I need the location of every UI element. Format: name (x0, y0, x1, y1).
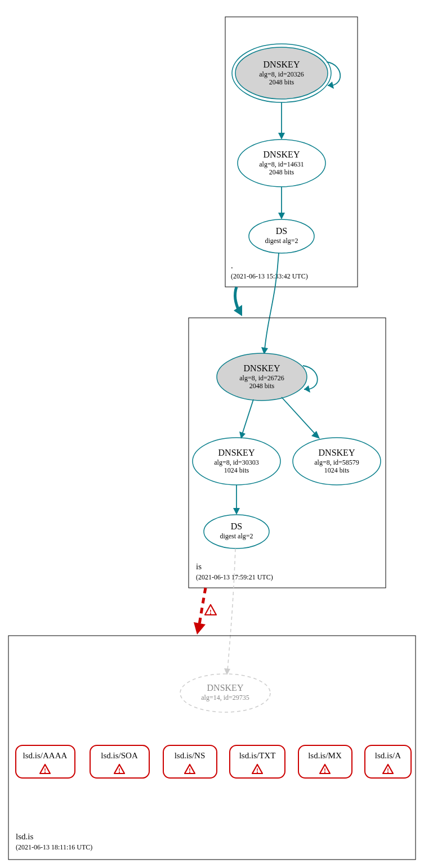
node-line1: alg=8, id=20326 (259, 70, 304, 78)
node-line1: alg=8, id=14631 (259, 160, 304, 168)
svg-text:!: ! (256, 767, 258, 775)
node-line1: alg=8, id=30303 (214, 458, 259, 466)
rrset-mx: lsd.is/MX ! (298, 745, 352, 778)
edge-is-ds-lsdis-dnskey (224, 548, 235, 675)
zone-time-lsdis: (2021-06-13 18:11:16 UTC) (16, 843, 92, 851)
zone-label-is: is (196, 562, 202, 571)
svg-marker-5 (278, 133, 285, 140)
node-root-ksk: DNSKEY alg=8, id=20326 2048 bits (232, 44, 340, 102)
rrset-soa: lsd.is/SOA ! (90, 745, 149, 778)
edge-root-ds-is-ksk (261, 253, 279, 354)
dnssec-graph: DNSKEY alg=8, id=20326 2048 bits DNSKEY … (0, 0, 424, 868)
svg-text:!: ! (209, 608, 212, 616)
node-is-ksk: DNSKEY alg=8, id=26726 2048 bits (217, 353, 318, 401)
node-title: DS (276, 226, 287, 236)
svg-text:!: ! (324, 767, 326, 775)
node-root-ds: DS digest alg=2 (249, 219, 314, 253)
node-lsdis-dnskey: DNSKEY alg=14, id=29735 (180, 674, 270, 712)
svg-marker-17 (194, 622, 206, 635)
svg-point-21 (180, 674, 270, 712)
svg-text:!: ! (189, 767, 191, 775)
svg-marker-16 (233, 508, 240, 515)
warning-icon: ! (205, 605, 216, 616)
node-line1: alg=8, id=26726 (239, 374, 284, 382)
rr-label: lsd.is/TXT (239, 751, 276, 760)
zone-label-lsdis: lsd.is (16, 832, 33, 841)
edge-is-zsk1-ds (233, 485, 240, 515)
edge-is-to-lsdis-zone-error: ! (194, 588, 216, 635)
svg-text:!: ! (44, 767, 46, 775)
node-line2: 2048 bits (249, 382, 275, 390)
node-title: DNSKEY (264, 60, 300, 69)
rrset-ns: lsd.is/NS ! (163, 745, 217, 778)
zone-label-root: . (231, 261, 233, 270)
node-line1: alg=8, id=58579 (314, 458, 359, 466)
node-line2: 2048 bits (269, 168, 294, 176)
svg-marker-15 (311, 431, 320, 439)
node-line2: 2048 bits (269, 78, 294, 86)
rr-label: lsd.is/NS (175, 751, 206, 760)
edge-root-to-is-zone (234, 287, 242, 316)
node-title: DNSKEY (319, 448, 355, 457)
rr-label: lsd.is/AAAA (23, 751, 68, 760)
svg-marker-6 (278, 213, 285, 219)
svg-point-13 (204, 515, 269, 548)
edge-root-ksk-zsk (278, 102, 285, 140)
node-title: DNSKEY (264, 150, 300, 159)
node-title: DS (231, 521, 242, 531)
edge-is-ksk-zsk2 (282, 397, 320, 439)
svg-text:!: ! (387, 767, 389, 775)
node-root-zsk: DNSKEY alg=8, id=14631 2048 bits (238, 140, 325, 187)
svg-point-4 (249, 219, 314, 253)
rrset-a: lsd.is/A ! (365, 745, 411, 778)
rr-label: lsd.is/A (375, 751, 401, 760)
node-line1: digest alg=2 (220, 532, 253, 540)
svg-marker-10 (304, 385, 310, 393)
rr-label: lsd.is/MX (308, 751, 342, 760)
node-is-zsk1: DNSKEY alg=8, id=30303 1024 bits (193, 438, 280, 485)
rrset-txt: lsd.is/TXT ! (230, 745, 285, 778)
node-line1: digest alg=2 (265, 237, 298, 245)
edge-root-zsk-ds (278, 187, 285, 219)
node-is-ds: DS digest alg=2 (204, 515, 269, 548)
node-line2: 1024 bits (324, 466, 350, 474)
node-line1: alg=14, id=29735 (201, 694, 249, 701)
zone-time-root: (2021-06-13 15:33:42 UTC) (231, 272, 308, 280)
svg-text:!: ! (118, 767, 120, 775)
rr-label: lsd.is/SOA (101, 751, 138, 760)
edge-is-ksk-zsk1 (239, 399, 253, 439)
rrset-aaaa: lsd.is/AAAA ! (16, 745, 75, 778)
node-title: DNSKEY (207, 683, 244, 692)
node-is-zsk2: DNSKEY alg=8, id=58579 1024 bits (293, 438, 381, 485)
node-title: DNSKEY (218, 448, 255, 457)
node-line2: 1024 bits (224, 466, 249, 474)
node-title: DNSKEY (244, 363, 280, 373)
